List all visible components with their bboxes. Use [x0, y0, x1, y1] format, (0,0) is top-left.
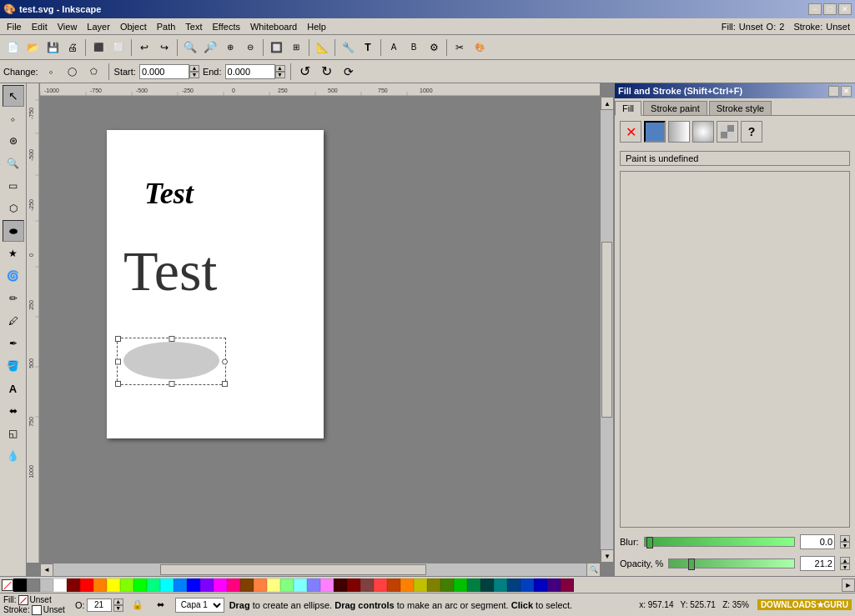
save-button[interactable]: 💾 — [43, 38, 62, 57]
ellipse-container[interactable] — [123, 342, 219, 379]
arc-reset-button[interactable]: ⟳ — [339, 63, 358, 81]
color-swatch[interactable] — [414, 578, 427, 592]
blur-value[interactable] — [800, 534, 835, 549]
panel-minimize[interactable]: _ — [828, 86, 839, 97]
color-swatch[interactable] — [507, 578, 521, 592]
color-swatch[interactable] — [227, 578, 240, 592]
tool-spiral[interactable]: 🌀 — [3, 265, 24, 287]
menu-object[interactable]: Object — [115, 20, 152, 33]
scroll-down-button[interactable]: ▼ — [601, 549, 613, 563]
tool-pencil[interactable]: ✏ — [3, 288, 24, 309]
maximize-button[interactable]: □ — [823, 3, 837, 15]
color-swatch[interactable] — [280, 578, 294, 592]
color-swatch[interactable] — [254, 578, 267, 592]
tool-select[interactable]: ↖ — [3, 85, 24, 107]
color-swatch[interactable] — [480, 578, 494, 592]
menu-file[interactable]: File — [2, 20, 27, 33]
paint-pattern-button[interactable] — [717, 121, 738, 143]
color-swatch[interactable] — [53, 578, 67, 592]
color-swatch[interactable] — [360, 578, 374, 592]
color-swatch[interactable] — [320, 578, 334, 592]
opacity-status-up[interactable]: ▲ — [113, 598, 123, 605]
scroll-thumb-h[interactable] — [160, 564, 427, 575]
text-element-large[interactable]: Test — [123, 238, 217, 304]
color-swatch[interactable] — [147, 578, 160, 592]
color-swatch[interactable] — [534, 578, 547, 592]
tool-connector[interactable]: ⬌ — [3, 400, 24, 422]
blur-thumb[interactable] — [646, 537, 653, 548]
node-button[interactable]: 🔧 — [339, 38, 357, 57]
canvas-area[interactable]: -1000 -750 -500 -250 0 250 500 750 1000 — [27, 83, 613, 576]
start-spinner[interactable]: ▲ ▼ — [189, 65, 199, 78]
fill-color-box[interactable] — [18, 595, 28, 605]
tool-calligraphy[interactable]: ✒ — [3, 333, 24, 354]
scroll-up-button[interactable]: ▲ — [601, 97, 613, 110]
color-swatch[interactable] — [13, 578, 27, 592]
end-down[interactable]: ▼ — [275, 72, 285, 78]
tool-node[interactable]: ⬦ — [3, 108, 24, 129]
color-swatch[interactable] — [307, 578, 320, 592]
color-swatch[interactable] — [267, 578, 280, 592]
paint-flat-button[interactable] — [644, 121, 666, 143]
minimize-button[interactable]: − — [808, 3, 822, 15]
import-button[interactable]: ⬛ — [89, 38, 108, 57]
tool-pen[interactable]: 🖊 — [3, 310, 24, 332]
color-swatch[interactable] — [334, 578, 347, 592]
color-swatch[interactable] — [80, 578, 93, 592]
tab-stroke-style[interactable]: Stroke style — [709, 101, 772, 115]
handle-top-center[interactable] — [168, 336, 174, 342]
scroll-track-h[interactable] — [53, 563, 586, 576]
settings-button[interactable]: ⚙ — [425, 38, 443, 57]
ungroup-button[interactable]: ⊞ — [287, 38, 305, 57]
zoom-fit-button[interactable]: ⊕ — [221, 38, 239, 57]
opacity-status-input[interactable] — [87, 598, 112, 612]
scissors-button[interactable]: ✂ — [450, 38, 469, 57]
blur-up[interactable]: ▲ — [840, 535, 850, 542]
color-swatch[interactable] — [294, 578, 307, 592]
opacity-down[interactable]: ▼ — [840, 563, 850, 570]
layer-select[interactable]: Capa 1 — [175, 598, 224, 613]
align-button[interactable]: 📐 — [313, 38, 331, 57]
handle-bot-right[interactable] — [222, 381, 228, 387]
end-input[interactable] — [225, 64, 275, 79]
tool-text[interactable]: A — [3, 378, 24, 399]
scroll-track-v[interactable] — [601, 110, 613, 549]
lock-proportions-icon[interactable]: 🔒 — [128, 596, 147, 614]
handle-mid-left[interactable] — [115, 358, 121, 364]
opacity-thumb[interactable] — [688, 558, 695, 570]
handle-mid-right[interactable] — [222, 358, 228, 364]
color-swatch[interactable] — [93, 578, 107, 592]
ellipse-shape[interactable] — [123, 342, 219, 379]
color-swatch[interactable] — [160, 578, 174, 592]
tool-zoom[interactable]: 🔍 — [3, 153, 24, 174]
node-type-cusp[interactable]: ⬦ — [42, 63, 60, 81]
handle-top-left[interactable] — [115, 336, 121, 342]
end-spinner[interactable]: ▲ ▼ — [275, 65, 285, 78]
color-swatch[interactable] — [187, 578, 200, 592]
close-button[interactable]: ✕ — [838, 3, 852, 15]
menu-help[interactable]: Help — [302, 20, 331, 33]
arc-chord-button[interactable]: ↻ — [318, 63, 336, 81]
paint-none-button[interactable]: ✕ — [620, 121, 641, 143]
color-swatch[interactable] — [240, 578, 254, 592]
tool-rect[interactable]: ▭ — [3, 175, 24, 197]
flip-icon[interactable]: ⬌ — [152, 596, 170, 614]
paint-unknown-button[interactable]: ? — [741, 121, 762, 143]
menu-layer[interactable]: Layer — [82, 20, 115, 33]
tool-dropper[interactable]: 💧 — [3, 445, 24, 467]
zoom-page-button[interactable]: ⊖ — [241, 38, 259, 57]
scrollbar-horizontal[interactable]: ◄ ► — [40, 563, 600, 576]
color-swatch[interactable] — [27, 578, 40, 592]
panel-close[interactable]: ✕ — [841, 86, 852, 97]
color-swatch[interactable] — [174, 578, 187, 592]
blur-slider[interactable] — [644, 537, 795, 547]
zoom-corner[interactable]: 🔍 — [586, 563, 600, 576]
tool-tweak[interactable]: ⊛ — [3, 130, 24, 152]
color-swatch[interactable] — [561, 578, 574, 592]
node-type-smooth[interactable]: ◯ — [63, 63, 82, 81]
menu-text[interactable]: Text — [180, 20, 207, 33]
no-color-swatch[interactable] — [2, 579, 13, 591]
blur-down[interactable]: ▼ — [840, 542, 850, 548]
xml-button[interactable]: A — [385, 38, 403, 57]
node-type-symm[interactable]: ⬠ — [85, 63, 103, 81]
